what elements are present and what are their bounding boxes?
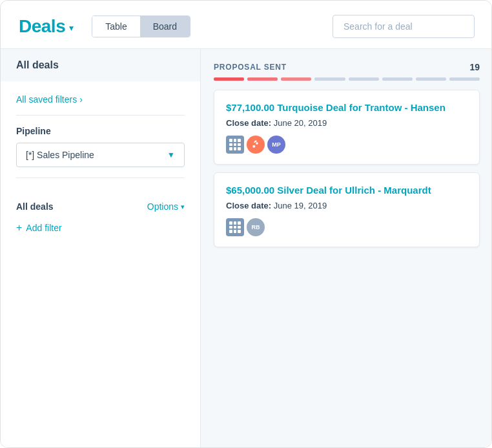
view-toggle: Table Board	[92, 15, 190, 37]
sidebar: All deals All saved filters › Pipeline […	[1, 49, 201, 448]
grid-icon	[226, 218, 244, 236]
title-chevron-icon[interactable]: ▾	[69, 23, 74, 33]
deal-card: $65,000.00 Silver Deal for Ullrich - Mar…	[214, 172, 480, 247]
progress-bar-7	[416, 77, 446, 81]
deal-close-date: Close date: June 20, 2019	[226, 118, 467, 128]
grid-icon	[226, 136, 244, 154]
grid-dot	[229, 226, 232, 229]
board-view-button[interactable]: Board	[140, 16, 190, 37]
grid-dot	[229, 143, 232, 147]
grid-dot	[234, 226, 237, 229]
deal-card: $77,100.00 Turquoise Deal for Trantow - …	[214, 90, 480, 165]
title-area: Deals ▾	[19, 16, 74, 37]
pipeline-dropdown-arrow-icon: ▼	[167, 150, 175, 159]
grid-dot	[234, 143, 237, 147]
deal-title-link[interactable]: $65,000.00 Silver Deal for Ullrich - Mar…	[226, 183, 467, 197]
table-view-button[interactable]: Table	[92, 16, 139, 37]
pipeline-dropdown[interactable]: [*] Sales Pipeline ▼	[16, 143, 185, 167]
search-input[interactable]	[333, 15, 475, 38]
progress-bar-8	[449, 77, 480, 81]
close-date-label: Close date:	[226, 201, 271, 210]
close-date-label: Close date:	[226, 118, 271, 128]
progress-bar-3	[281, 77, 311, 81]
grid-dot	[238, 226, 241, 229]
progress-bar-5	[349, 77, 379, 81]
saved-filters-arrow-icon: ›	[79, 94, 83, 105]
main-content: All deals All saved filters › Pipeline […	[1, 49, 492, 448]
progress-bar-6	[382, 77, 413, 81]
options-label: Options	[147, 201, 178, 212]
page-title: Deals	[19, 16, 65, 37]
grid-dot	[229, 147, 232, 150]
grid-dot	[238, 139, 241, 142]
hubspot-icon	[251, 139, 261, 150]
avatar-mp: MP	[267, 136, 285, 154]
pipeline-value: [*] Sales Pipeline	[26, 150, 94, 160]
add-filter-plus-icon: +	[16, 222, 22, 234]
hubspot-avatar	[247, 136, 265, 154]
column-title: PROPOSAL SENT	[214, 63, 287, 72]
column-count: 19	[469, 62, 480, 72]
grid-dot	[238, 221, 241, 225]
grid-dot	[229, 221, 232, 225]
avatar-rb: RB	[247, 218, 265, 236]
grid-dot	[234, 221, 237, 225]
grid-dot	[229, 139, 232, 142]
progress-bar-2	[247, 77, 278, 81]
grid-dot	[238, 143, 241, 147]
sidebar-section-title: All deals	[1, 49, 200, 81]
grid-dot	[234, 147, 237, 150]
grid-dot	[238, 230, 241, 233]
header: Deals ▾ Table Board	[1, 1, 492, 48]
deal-close-date: Close date: June 19, 2019	[226, 201, 467, 210]
saved-filters-label: All saved filters	[16, 94, 77, 105]
app-container: Deals ▾ Table Board All deals All saved …	[1, 1, 492, 448]
progress-bars	[214, 77, 480, 81]
deal-avatars: RB	[226, 218, 467, 236]
board-area: PROPOSAL SENT 19 $77,100.00 Turquoise De…	[201, 49, 492, 448]
close-date-value: June 20, 2019	[274, 118, 327, 128]
all-deals-label: All deals	[16, 201, 54, 212]
grid-dot	[229, 230, 232, 233]
progress-bar-1	[214, 77, 244, 81]
all-deals-section: All deals Options ▾	[16, 201, 185, 212]
options-button[interactable]: Options ▾	[147, 201, 185, 212]
grid-dot	[234, 230, 237, 233]
svg-point-0	[256, 142, 258, 144]
sidebar-divider-1	[16, 115, 185, 116]
add-filter-label: Add filter	[26, 223, 61, 233]
grid-dot	[238, 147, 241, 150]
column-header: PROPOSAL SENT 19	[214, 62, 480, 72]
saved-filters-link[interactable]: All saved filters ›	[16, 94, 185, 105]
svg-point-1	[252, 145, 255, 148]
add-filter-button[interactable]: + Add filter	[16, 222, 185, 234]
options-arrow-icon: ▾	[181, 203, 185, 211]
sidebar-divider-2	[16, 178, 185, 178]
deal-avatars: MP	[226, 136, 467, 154]
progress-bar-4	[314, 77, 345, 81]
grid-dot	[234, 139, 237, 142]
close-date-value: June 19, 2019	[274, 201, 327, 210]
pipeline-label: Pipeline	[16, 126, 185, 136]
deal-title-link[interactable]: $77,100.00 Turquoise Deal for Trantow - …	[226, 101, 467, 114]
